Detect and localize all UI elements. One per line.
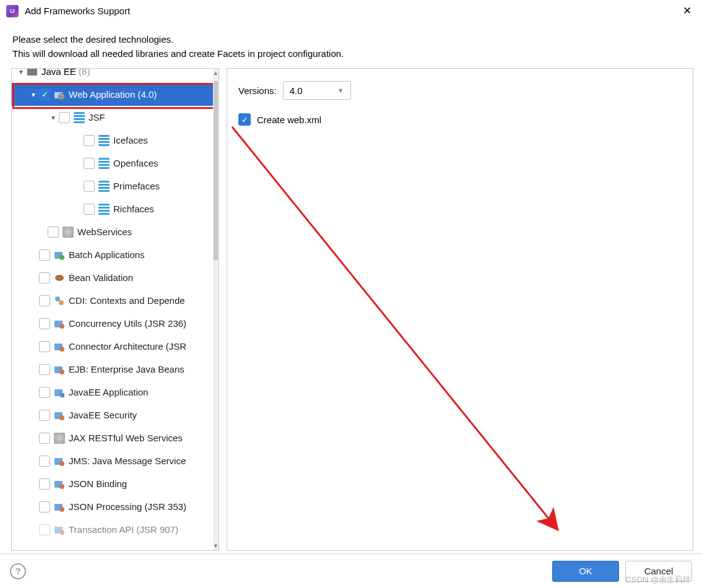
tree-row-primefaces[interactable]: Primefaces [12,175,213,197]
checkbox[interactable] [84,158,95,169]
help-icon: ? [15,566,20,576]
scrollbar-thumb[interactable] [214,81,218,261]
checkbox[interactable] [39,410,50,421]
tree-row-transaction-api[interactable]: ▾ Transaction API (JSR 907) [12,518,213,541]
chevron-down-icon[interactable]: ▾ [28,90,39,99]
tree-row-connector[interactable]: ▾ Connector Architecture (JSR [12,335,213,358]
chevron-down-icon: ▼ [337,87,344,94]
folder-badge-icon [54,364,65,375]
window-title: Add Frameworks Support [25,6,130,16]
tree-row-webservices[interactable]: WebServices [12,220,213,243]
app-icon [6,5,19,17]
checkbox[interactable] [48,227,59,238]
versions-row: Versions: 4.0 ▼ [238,81,682,100]
tree-label: JSON Processing (JSR 353) [69,501,186,512]
tree-row-batch-applications[interactable]: ▾ Batch Applications [12,243,213,266]
checkbox[interactable] [84,135,95,146]
svg-point-14 [59,370,64,374]
dialog-footer: ? OK Cancel [0,553,702,588]
titlebar: Add Frameworks Support ✕ [0,0,702,22]
folder-badge-icon [54,249,65,261]
checkbox[interactable] [39,478,50,490]
tree-row-javaee-app[interactable]: ▾ JavaEE Application [12,381,213,404]
stack-icon [98,181,110,192]
checkbox-checked[interactable]: ✓ [39,89,50,100]
frameworks-tree-pane: ▾ Java EE (8) ▾ ✓ Web Application (4.0 [11,68,219,551]
subtitle: Please select the desired technologies. … [0,22,702,69]
folder-badge-icon [54,387,65,398]
stack-icon [98,135,110,146]
globe-icon [63,227,74,238]
tree-scroll[interactable]: ▾ Java EE (8) ▾ ✓ Web Application (4.0 [12,69,213,550]
versions-dropdown[interactable]: 4.0 ▼ [283,81,351,100]
tree-row-java-ee[interactable]: ▾ Java EE (8) [12,69,213,83]
checkbox[interactable] [39,456,50,467]
checkbox[interactable] [84,204,95,215]
svg-rect-1 [27,69,32,70]
bean-icon [54,272,65,283]
checkbox[interactable] [39,501,50,512]
tree-row-jms[interactable]: ▾ JMS: Java Message Service [12,449,213,472]
tree-row-jsf[interactable]: ▾ JSF [12,106,213,129]
tree-label: JSF [89,112,105,123]
chevron-down-icon[interactable]: ▾ [48,113,59,122]
checkbox[interactable] [39,249,50,261]
body-area: ▾ Java EE (8) ▾ ✓ Web Application (4.0 [11,68,693,551]
checkbox[interactable] [39,387,50,398]
tree-row-jax-rest[interactable]: ▾ JAX RESTful Web Services [12,426,213,449]
component-icon [54,295,65,306]
checkbox[interactable] [39,341,50,352]
tree-row-web-application[interactable]: ▾ ✓ Web Application (4.0) [12,83,213,106]
tree-label: JavaEE Application [69,387,148,397]
tree-label: JavaEE Security [69,410,137,420]
create-webxml-row[interactable]: ✓ Create web.xml [238,113,682,126]
tree-row-concurrency[interactable]: ▾ Concurrency Utils (JSR 236) [12,312,213,335]
tree-row-icefaces[interactable]: Icefaces [12,129,213,152]
versions-value: 4.0 [290,85,303,96]
tree-label: Primefaces [113,181,160,191]
tree-row-ejb[interactable]: ▾ EJB: Enterprise Java Beans [12,358,213,381]
checkbox[interactable] [39,295,50,306]
scroll-up-arrow-icon[interactable]: ▲ [213,70,219,76]
tree-row-cdi[interactable]: ▾ CDI: Contexts and Depende [12,289,213,312]
folder-badge-icon [54,501,65,512]
checkbox[interactable] [39,272,50,283]
subtitle-line-2: This will download all needed libraries … [12,46,690,61]
tree-label: Batch Applications [69,249,145,260]
tree-label: WebServices [77,227,132,237]
tree-row-javaee-security[interactable]: ▾ JavaEE Security [12,404,213,426]
tree-label: JAX RESTful Web Services [69,433,183,443]
close-icon[interactable]: ✕ [678,2,696,20]
tree-row-bean-validation[interactable]: ▾ Bean Validation [12,266,213,289]
tree-row-openfaces[interactable]: Openfaces [12,152,213,175]
checkbox-checked[interactable]: ✓ [238,113,251,126]
tree-label: Transaction API (JSR 907) [69,524,178,535]
stack-icon [74,112,85,123]
checkbox[interactable] [84,181,95,192]
svg-rect-0 [27,69,37,76]
svg-point-5 [59,255,64,260]
tree-label: JSON Binding [69,478,127,489]
help-button[interactable]: ? [10,563,26,579]
globe-folder-icon [54,89,65,100]
svg-point-20 [59,461,64,466]
checkbox[interactable] [59,112,70,123]
svg-point-26 [59,530,64,535]
checkbox[interactable] [39,433,50,444]
tree-row-richfaces[interactable]: Richfaces [12,197,213,220]
create-webxml-label: Create web.xml [257,115,321,125]
ok-button[interactable]: OK [552,561,619,582]
checkbox[interactable] [39,318,50,329]
chevron-down-icon[interactable]: ▾ [15,69,27,76]
scroll-down-arrow-icon[interactable]: ▼ [213,543,219,549]
checkbox[interactable] [39,524,50,535]
svg-point-10 [59,324,64,329]
vertical-scrollbar[interactable]: ▲ ▼ [213,69,219,550]
checkbox[interactable] [39,364,50,375]
tree-row-json-binding[interactable]: ▾ JSON Binding [12,472,213,495]
svg-point-18 [59,415,64,420]
tree-row-json-processing[interactable]: ▾ JSON Processing (JSR 353) [12,495,213,518]
cancel-button[interactable]: Cancel [625,561,692,582]
tree-label: Richfaces [113,204,154,214]
tree-label: Bean Validation [69,272,133,283]
